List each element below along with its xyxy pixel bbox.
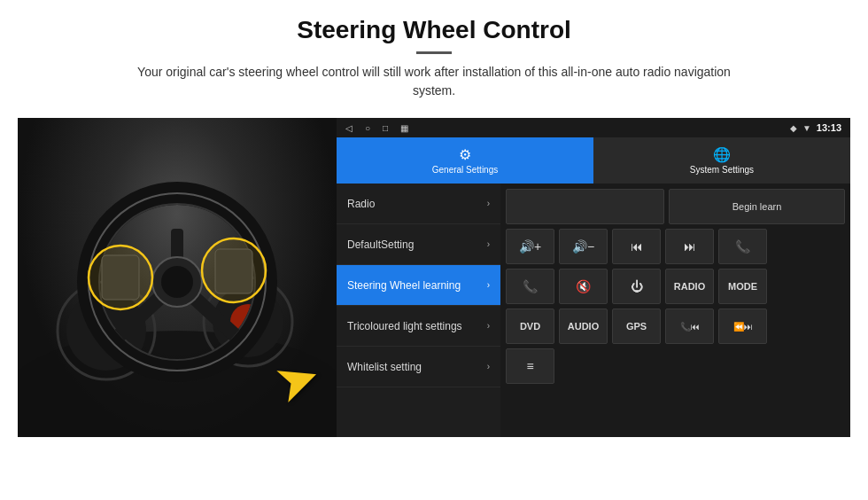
audio-button[interactable]: AUDIO xyxy=(559,309,608,344)
mode-button[interactable]: MODE xyxy=(718,269,767,304)
content-area: ➤ ◁ ○ □ ▦ ◆ ▼ 13:13 ⚙ General Settings xyxy=(18,118,850,437)
menu-tricoloured-label: Tricoloured light settings xyxy=(347,320,487,332)
home-icon[interactable]: ○ xyxy=(365,123,370,133)
radio-button[interactable]: RADIO xyxy=(665,269,714,304)
page-subtitle: Your original car's steering wheel contr… xyxy=(124,63,744,100)
title-divider xyxy=(416,51,452,54)
grid-panel: Begin learn 🔊+ 🔊− ⏮ ⏭ xyxy=(500,184,850,437)
skip-button[interactable]: ⏪⏭ xyxy=(718,309,767,344)
menu-item-radio[interactable]: Radio › xyxy=(337,184,500,224)
grid-row-4: DVD AUDIO GPS 📞⏮ ⏪⏭ xyxy=(506,309,845,344)
general-settings-icon: ⚙ xyxy=(459,146,471,163)
dvd-label: DVD xyxy=(520,321,540,332)
radio-label: RADIO xyxy=(674,281,705,292)
chevron-icon: › xyxy=(487,239,490,249)
prev-track-icon: ⏮ xyxy=(631,239,643,254)
begin-learn-button[interactable]: Begin learn xyxy=(669,189,845,224)
menu-default-label: DefaultSetting xyxy=(347,238,487,251)
menu-item-default-setting[interactable]: DefaultSetting › xyxy=(337,224,500,265)
power-button[interactable]: ⏻ xyxy=(612,269,661,304)
status-bar: ◁ ○ □ ▦ ◆ ▼ 13:13 xyxy=(337,118,850,137)
recent-icon[interactable]: □ xyxy=(383,123,388,133)
grid-row-2: 🔊+ 🔊− ⏮ ⏭ 📞 xyxy=(506,229,845,264)
empty-box xyxy=(506,189,664,224)
phone-prev-icon: 📞⏮ xyxy=(680,322,700,332)
menu-steering-label: Steering Wheel learning xyxy=(347,279,487,292)
grid-row-5: ≡ xyxy=(506,348,845,384)
dvd-button[interactable]: DVD xyxy=(506,309,554,344)
gps-button[interactable]: GPS xyxy=(612,309,661,344)
menu-radio-label: Radio xyxy=(347,198,487,210)
tab-general-label: General Settings xyxy=(432,165,499,175)
menu-item-steering-wheel[interactable]: Steering Wheel learning › xyxy=(337,265,500,306)
mute-button[interactable]: 🔇 xyxy=(559,269,608,304)
top-tabs: ⚙ General Settings 🌐 System Settings xyxy=(337,137,850,184)
phone-icon: 📞 xyxy=(735,239,750,254)
menu-whitelist-label: Whitelist setting xyxy=(347,361,487,373)
chevron-icon: › xyxy=(487,321,490,331)
mute-icon: 🔇 xyxy=(576,279,591,293)
clock: 13:13 xyxy=(817,122,841,133)
list-icon: ≡ xyxy=(526,359,533,373)
chevron-icon: › xyxy=(487,199,490,208)
vol-up-button[interactable]: 🔊+ xyxy=(506,229,554,264)
nav-icons: ◁ ○ □ ▦ xyxy=(345,123,408,133)
page-header: Steering Wheel Control Your original car… xyxy=(0,0,868,109)
grid-row-3: 📞 🔇 ⏻ RADIO MODE xyxy=(506,269,845,304)
steering-wheel-image: ➤ xyxy=(18,118,337,437)
menu-icon[interactable]: ▦ xyxy=(400,123,408,133)
next-track-icon: ⏭ xyxy=(684,239,696,254)
chevron-icon: › xyxy=(487,362,490,371)
answer-call-button[interactable]: 📞 xyxy=(506,269,554,304)
svg-point-13 xyxy=(161,266,193,298)
skip-icon: ⏪⏭ xyxy=(733,322,753,332)
svg-point-16 xyxy=(89,246,152,309)
system-settings-icon: 🌐 xyxy=(713,146,731,163)
signal-icon: ▼ xyxy=(802,123,811,133)
phone-prev-button[interactable]: 📞⏮ xyxy=(665,309,714,344)
location-icon: ◆ xyxy=(790,123,797,133)
vol-down-button[interactable]: 🔊− xyxy=(559,229,608,264)
vol-up-icon: 🔊+ xyxy=(519,239,541,254)
menu-panel: Radio › DefaultSetting › Steering Wheel … xyxy=(337,184,500,437)
svg-point-17 xyxy=(202,238,266,302)
phone-button[interactable]: 📞 xyxy=(718,229,767,264)
menu-item-whitelist[interactable]: Whitelist setting › xyxy=(337,347,500,387)
grid-row-1: Begin learn xyxy=(506,189,845,224)
mode-label: MODE xyxy=(728,281,757,292)
status-icons: ◆ ▼ 13:13 xyxy=(790,122,841,133)
chevron-icon: › xyxy=(487,280,490,290)
page-title: Steering Wheel Control xyxy=(53,16,815,44)
list-button[interactable]: ≡ xyxy=(506,348,554,384)
menu-item-tricoloured[interactable]: Tricoloured light settings › xyxy=(337,306,500,347)
prev-track-button[interactable]: ⏮ xyxy=(612,229,661,264)
tab-system-label: System Settings xyxy=(690,165,754,175)
gps-label: GPS xyxy=(626,321,647,332)
ui-main: Radio › DefaultSetting › Steering Wheel … xyxy=(337,184,850,437)
back-icon[interactable]: ◁ xyxy=(345,123,353,133)
answer-icon: 📞 xyxy=(523,279,538,293)
audio-label: AUDIO xyxy=(568,321,599,332)
vol-down-icon: 🔊− xyxy=(572,239,594,254)
next-track-button[interactable]: ⏭ xyxy=(665,229,714,264)
power-icon: ⏻ xyxy=(631,279,643,293)
tab-system-settings[interactable]: 🌐 System Settings xyxy=(593,137,850,184)
ui-panel: ◁ ○ □ ▦ ◆ ▼ 13:13 ⚙ General Settings 🌐 S… xyxy=(337,118,850,437)
tab-general-settings[interactable]: ⚙ General Settings xyxy=(337,137,593,184)
